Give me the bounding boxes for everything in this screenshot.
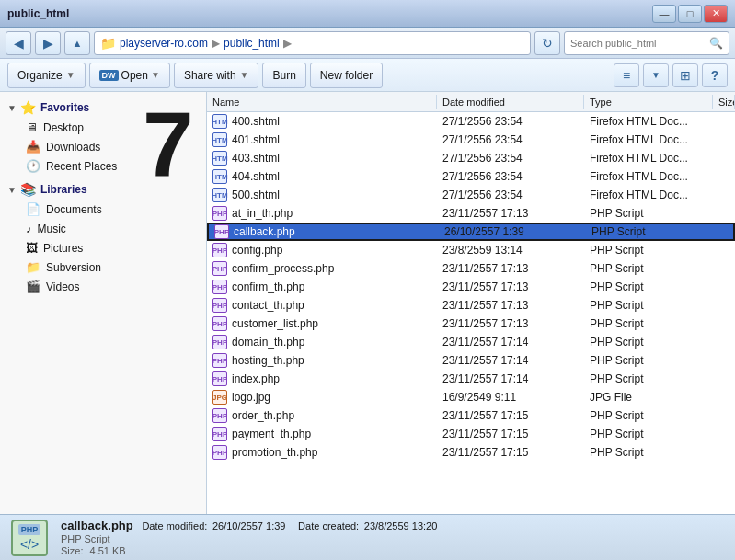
forward-button[interactable]: ▶ xyxy=(35,31,61,55)
view-arrow-button[interactable]: ▼ xyxy=(643,63,669,87)
file-row[interactable]: PHP contact_th.php 23/11/2557 17:13 PHP … xyxy=(207,296,735,314)
breadcrumb-part-2[interactable]: public_html xyxy=(224,37,280,50)
file-name: logo.jpg xyxy=(232,391,270,404)
file-type-icon: PHP xyxy=(212,427,227,441)
sidebar-libraries-header[interactable]: ▼ 📚 Libraries xyxy=(0,179,206,200)
file-date: 23/11/2557 17:13 xyxy=(437,280,584,294)
file-type-icon: PHP xyxy=(212,280,227,294)
maximize-button[interactable]: □ xyxy=(678,5,702,23)
file-size xyxy=(713,360,735,361)
toolbar-right: ≡ ▼ ⊞ ? xyxy=(614,63,728,87)
file-type-icon: PHP xyxy=(212,206,227,221)
sidebar-item-music[interactable]: ♪ Music xyxy=(0,219,206,238)
recent-places-icon: 🕐 xyxy=(26,159,40,173)
breadcrumb-sep-1: ▶ xyxy=(212,37,220,50)
file-size xyxy=(713,194,735,196)
file-name-cell: PHP confirm_th.php xyxy=(207,279,437,295)
file-row[interactable]: JPG logo.jpg 16/9/2549 9:11 JPG File xyxy=(207,388,735,406)
sidebar-item-documents[interactable]: 📄 Documents xyxy=(0,200,206,219)
column-header-size[interactable]: Size xyxy=(713,95,735,109)
help-button[interactable]: ? xyxy=(702,63,728,87)
file-name: promotion_th.php xyxy=(232,446,317,459)
address-path[interactable]: 📁 playserver-ro.com ▶ public_html ▶ xyxy=(94,31,531,55)
toolbar: Organize ▼ DW Open ▼ Share with ▼ Burn N… xyxy=(0,59,735,92)
column-date-label: Date modified xyxy=(442,97,505,108)
file-type: PHP Script xyxy=(586,224,715,239)
breadcrumb-part-1[interactable]: playserver-ro.com xyxy=(120,37,208,50)
title-bar: public_html — □ ✕ xyxy=(0,0,735,28)
back-button[interactable]: ◀ xyxy=(6,31,31,55)
libraries-triangle-icon: ▼ xyxy=(7,185,17,195)
file-type: PHP Script xyxy=(584,280,713,294)
minimize-button[interactable]: — xyxy=(652,5,676,23)
file-name-cell: HTM 403.shtml xyxy=(207,150,437,166)
file-row[interactable]: PHP payment_th.php 23/11/2557 17:15 PHP … xyxy=(207,425,735,443)
share-button[interactable]: Share with ▼ xyxy=(174,63,259,88)
file-name-cell: PHP hosting_th.php xyxy=(207,352,437,369)
up-button[interactable]: ▲ xyxy=(64,31,90,55)
sidebar-item-recent[interactable]: 🕐 Recent Places xyxy=(0,156,206,176)
sidebar-favorites-header[interactable]: ▼ ⭐ Favorites xyxy=(0,97,206,118)
file-name: config.php xyxy=(232,244,282,257)
column-header-name[interactable]: Name xyxy=(207,95,437,109)
file-date: 27/1/2556 23:54 xyxy=(437,169,584,184)
file-row[interactable]: HTM 400.shtml 27/1/2556 23:54 Firefox HT… xyxy=(207,112,735,131)
view-list-button[interactable]: ≡ xyxy=(614,63,639,87)
favorites-label: Favorites xyxy=(40,101,89,114)
new-folder-button[interactable]: New folder xyxy=(310,63,383,88)
file-row[interactable]: PHP hosting_th.php 23/11/2557 17:14 PHP … xyxy=(207,351,735,370)
column-header-date[interactable]: Date modified xyxy=(437,95,584,109)
file-type: JPG File xyxy=(584,390,713,405)
file-type-icon: HTM xyxy=(212,132,227,147)
file-row[interactable]: PHP callback.php 26/10/2557 1:39 PHP Scr… xyxy=(207,223,735,241)
file-date: 23/11/2557 17:13 xyxy=(437,261,584,276)
burn-button[interactable]: Burn xyxy=(262,63,305,88)
file-name-cell: PHP customer_list.php xyxy=(207,315,437,332)
file-row[interactable]: HTM 404.shtml 27/1/2556 23:54 Firefox HT… xyxy=(207,167,735,186)
file-row[interactable]: PHP config.php 23/8/2559 13:14 PHP Scrip… xyxy=(207,241,735,259)
search-input[interactable] xyxy=(570,38,706,49)
sidebar-item-subversion[interactable]: 📁 Subversion xyxy=(0,257,206,277)
favorites-triangle-icon: ▼ xyxy=(7,103,17,113)
file-name: callback.php xyxy=(234,225,295,238)
close-button[interactable]: ✕ xyxy=(704,5,728,23)
sidebar-item-pictures[interactable]: 🖼 Pictures xyxy=(0,238,206,257)
file-type: PHP Script xyxy=(584,445,713,460)
status-date-created: 23/8/2559 13:20 xyxy=(364,520,438,531)
file-size xyxy=(713,304,735,306)
column-size-label: Size xyxy=(718,97,735,108)
file-name-cell: PHP order_th.php xyxy=(207,407,437,424)
status-date-created-label: Date created: xyxy=(298,520,359,531)
file-row[interactable]: PHP domain_th.php 23/11/2557 17:14 PHP S… xyxy=(207,333,735,351)
file-date: 23/11/2557 17:15 xyxy=(437,408,584,423)
file-size xyxy=(713,120,735,122)
column-header-type[interactable]: Type xyxy=(584,95,713,109)
file-row[interactable]: HTM 401.shtml 27/1/2556 23:54 Firefox HT… xyxy=(207,131,735,149)
sidebar-item-desktop[interactable]: 🖥 Desktop xyxy=(0,118,206,137)
status-php-label: PHP xyxy=(18,524,41,535)
file-date: 27/1/2556 23:54 xyxy=(437,151,584,166)
file-row[interactable]: HTM 403.shtml 27/1/2556 23:54 Firefox HT… xyxy=(207,149,735,167)
organize-button[interactable]: Organize ▼ xyxy=(7,63,86,88)
search-icon[interactable]: 🔍 xyxy=(709,37,723,50)
file-size xyxy=(713,249,735,251)
file-row[interactable]: PHP promotion_th.php 23/11/2557 17:15 PH… xyxy=(207,443,735,462)
search-bar[interactable]: 🔍 xyxy=(564,31,729,55)
file-row[interactable]: PHP at_in_th.php 23/11/2557 17:13 PHP Sc… xyxy=(207,204,735,223)
refresh-button[interactable]: ↻ xyxy=(534,31,560,55)
file-name: confirm_th.php xyxy=(232,280,304,293)
videos-icon: 🎬 xyxy=(26,280,40,293)
view-tiles-button[interactable]: ⊞ xyxy=(672,63,698,87)
file-row[interactable]: PHP confirm_th.php 23/11/2557 17:13 PHP … xyxy=(207,278,735,296)
file-row[interactable]: PHP customer_list.php 23/11/2557 17:13 P… xyxy=(207,314,735,333)
open-button[interactable]: DW Open ▼ xyxy=(89,63,170,88)
sidebar-item-videos[interactable]: 🎬 Videos xyxy=(0,277,206,296)
file-name: 500.shtml xyxy=(232,189,280,201)
file-row[interactable]: HTM 500.shtml 27/1/2556 23:54 Firefox HT… xyxy=(207,186,735,204)
file-type: Firefox HTML Doc... xyxy=(584,188,713,202)
file-row[interactable]: PHP confirm_process.php 23/11/2557 17:13… xyxy=(207,259,735,278)
sidebar-item-downloads[interactable]: 📥 Downloads xyxy=(0,137,206,156)
file-row[interactable]: PHP index.php 23/11/2557 17:14 PHP Scrip… xyxy=(207,370,735,388)
file-name-cell: PHP domain_th.php xyxy=(207,334,437,350)
file-row[interactable]: PHP order_th.php 23/11/2557 17:15 PHP Sc… xyxy=(207,406,735,425)
